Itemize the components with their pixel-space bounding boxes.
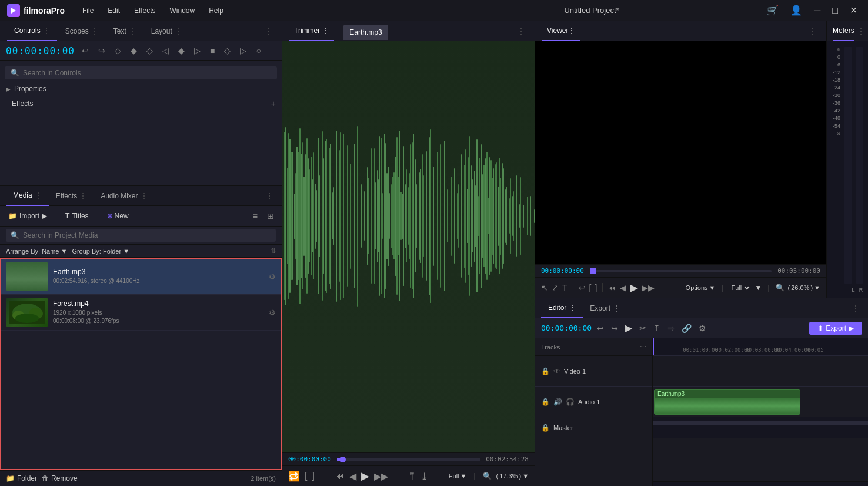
tracks-dots[interactable]: ⋯	[640, 343, 646, 351]
controls-panel-menu[interactable]: ⋮	[262, 26, 275, 36]
menu-file[interactable]: File	[76, 4, 99, 17]
earth-mp3-tab[interactable]: Earth.mp3	[343, 25, 388, 40]
media-item-forest-mp4[interactable]: Forest.mp4 1920 x 1080 pixels 00:00:08:0…	[1, 295, 281, 331]
tab-editor[interactable]: Editor ⋮	[541, 298, 583, 318]
viewer-skip-prev-icon[interactable]: ⏮	[608, 283, 616, 292]
master-lock-icon[interactable]: 🔒	[541, 424, 550, 432]
effects-add-icon[interactable]: +	[271, 99, 276, 108]
maximize-button[interactable]: □	[829, 4, 842, 17]
trimmer-ff-icon[interactable]: ▶▶	[374, 471, 388, 482]
viewer-scrubber[interactable]	[590, 270, 772, 272]
close-button[interactable]: ✕	[846, 4, 861, 17]
keyframe2-icon[interactable]: ◇	[222, 45, 233, 56]
trimmer-mark-in-icon[interactable]: [	[305, 471, 307, 481]
viewer-panel-menu[interactable]: ⋮	[806, 26, 819, 36]
stop-icon[interactable]: ■	[208, 45, 217, 56]
remove-button[interactable]: 🗑 Remove	[42, 474, 78, 482]
trimmer-panel-menu[interactable]: ⋮	[515, 26, 528, 36]
tab-layout[interactable]: Layout ⋮	[144, 21, 189, 41]
editor-redo-icon[interactable]: ↪	[609, 322, 620, 334]
properties-row[interactable]: ▶ Properties	[0, 82, 282, 96]
undo-button[interactable]: ↩	[79, 45, 91, 56]
titles-button[interactable]: T Titles	[62, 210, 92, 222]
arrange-by-select[interactable]: Arrange By: Name ▼	[6, 248, 67, 255]
trimmer-tab[interactable]: Trimmer ⋮	[289, 21, 334, 41]
media-panel-menu[interactable]: ⋮	[263, 191, 276, 201]
list-view-button[interactable]: ≡	[250, 209, 261, 222]
earth-mp3-clip[interactable]: Earth.mp3	[654, 389, 800, 415]
trimmer-out-icon[interactable]: ⤓	[420, 471, 428, 482]
keyframe-icon[interactable]: ◆	[176, 45, 187, 56]
trimmer-in-icon[interactable]: ⤒	[408, 471, 416, 482]
tab-audio-mixer[interactable]: Audio Mixer ⋮	[94, 186, 154, 206]
viewer-ff-icon[interactable]: ▶▶	[642, 283, 655, 292]
redo-button[interactable]: ↪	[96, 45, 108, 56]
viewer-zoom-button[interactable]: ( 26.0% ) ▼	[788, 284, 820, 291]
viewer-play-button[interactable]: ▶	[630, 281, 638, 294]
editor-ripple-icon[interactable]: ⥤	[666, 322, 676, 334]
tab-text[interactable]: Text ⋮	[106, 21, 143, 41]
audio1-speaker-icon[interactable]: 🔊	[553, 398, 562, 406]
viewer-rewind-icon[interactable]: ◀	[620, 283, 626, 292]
group-by-select[interactable]: Group By: Folder ▼	[72, 248, 129, 255]
trimmer-scrubber[interactable]	[337, 458, 480, 461]
viewer-select-icon[interactable]: ↖	[541, 283, 548, 292]
editor-cut-icon[interactable]: ✂	[637, 322, 648, 334]
timeline-scrollbar[interactable]	[653, 481, 868, 486]
nav3-icon[interactable]: ▷	[238, 45, 249, 56]
menu-help[interactable]: Help	[203, 4, 229, 17]
trimmer-skip-prev-icon[interactable]: ⏮	[335, 471, 345, 481]
nav-next-icon[interactable]: ▷	[192, 45, 203, 56]
viewer-title-icon[interactable]: T	[562, 283, 567, 292]
trimmer-full-button[interactable]: Full ▼	[449, 472, 467, 480]
diamond2-icon[interactable]: ◆	[128, 45, 139, 56]
tab-effects[interactable]: Effects ⋮	[49, 186, 94, 206]
new-button[interactable]: ⊕ New	[104, 210, 132, 222]
export-button[interactable]: ⬆ Export ▶	[809, 322, 862, 335]
editor-link-icon[interactable]: 🔗	[680, 322, 693, 334]
tab-scopes[interactable]: Scopes ⋮	[58, 21, 105, 41]
grid-view-button[interactable]: ⊞	[264, 209, 277, 222]
editor-panel-menu[interactable]: ⋮	[849, 304, 862, 313]
audio1-headphone-icon[interactable]: 🎧	[566, 398, 575, 406]
viewer-redo-icon[interactable]: ↩	[579, 283, 586, 292]
import-button[interactable]: 📁 Import ▶	[5, 210, 51, 222]
meters-panel-menu[interactable]: ⋮	[854, 26, 867, 36]
viewer-tab[interactable]: Viewer ⋮	[542, 21, 580, 41]
trimmer-mark-out-icon[interactable]: ]	[312, 471, 314, 481]
trimmer-zoom-button[interactable]: ( 17.3% ) ▼	[496, 472, 529, 480]
media-item-earth-mp3[interactable]: Earth.mp3 00:02:54.916, stereo @ 44100Hz…	[1, 259, 281, 295]
menu-window[interactable]: Window	[164, 4, 201, 17]
menu-edit[interactable]: Edit	[102, 4, 126, 17]
viewer-options-button[interactable]: Options ▼	[686, 284, 716, 291]
editor-magnet-icon[interactable]: ⤒	[652, 322, 662, 334]
viewer-quality-select[interactable]: Full 1/2 1/4	[729, 284, 752, 292]
diamond3-icon[interactable]: ◇	[144, 45, 155, 56]
trimmer-rewind-icon[interactable]: ◀	[349, 471, 356, 482]
editor-settings-icon[interactable]: ⚙	[697, 322, 708, 334]
viewer-trim-in-icon[interactable]: [	[589, 283, 592, 292]
minimize-button[interactable]: ─	[810, 4, 824, 17]
editor-undo-icon[interactable]: ↩	[595, 322, 606, 334]
user-icon[interactable]: 👤	[787, 4, 806, 17]
cart-icon[interactable]: 🛒	[763, 4, 782, 17]
media-search-input[interactable]	[23, 231, 271, 239]
meters-tab[interactable]: Meters	[833, 21, 854, 41]
sort-icon[interactable]: ⇅	[271, 247, 276, 255]
circle-icon[interactable]: ○	[253, 45, 263, 56]
tab-media[interactable]: Media ⋮	[6, 186, 49, 206]
viewer-trim-out-icon[interactable]: ]	[595, 283, 597, 292]
trimmer-play-button[interactable]: ▶	[361, 470, 369, 482]
nav-prev-icon[interactable]: ◁	[160, 45, 171, 56]
editor-play-button[interactable]: ▶	[623, 321, 634, 335]
earth-mp3-gear-icon[interactable]: ⚙	[269, 272, 276, 281]
controls-search-input[interactable]	[23, 69, 271, 77]
forest-mp4-gear-icon[interactable]: ⚙	[269, 308, 276, 317]
video1-eye-icon[interactable]: 👁	[553, 367, 560, 375]
audio1-lock-icon[interactable]: 🔒	[541, 398, 550, 406]
tab-controls[interactable]: Controls ⋮	[7, 21, 57, 41]
video1-lock-icon[interactable]: 🔒	[541, 367, 550, 375]
tab-export[interactable]: Export ⋮	[583, 298, 627, 318]
effects-row[interactable]: Effects +	[0, 96, 282, 111]
viewer-ripple-icon[interactable]: ⤢	[552, 283, 559, 292]
